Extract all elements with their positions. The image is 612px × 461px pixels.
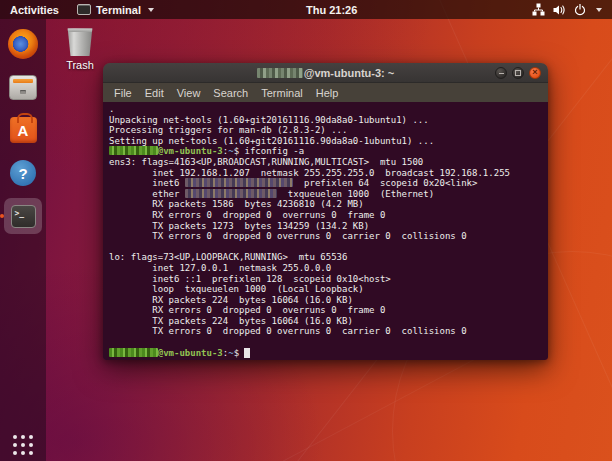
redacted-username-blur xyxy=(109,146,158,155)
chevron-down-icon xyxy=(148,8,154,12)
volume-icon xyxy=(553,4,566,16)
active-app-highlight: >_ xyxy=(4,198,42,234)
running-indicator-dot xyxy=(0,214,4,218)
terminal-line: TX errors 0 dropped 0 overruns 0 carrier… xyxy=(109,326,548,337)
menu-bar: FileEditViewSearchTerminalHelp xyxy=(103,83,548,102)
help-question-icon: ? xyxy=(10,160,36,186)
terminal-line: Processing triggers for man-db (2.8.3-2)… xyxy=(109,125,548,136)
terminal-line: ether txqueuelen 1000 (Ethernet) xyxy=(109,189,548,200)
menu-item-view[interactable]: View xyxy=(171,85,207,101)
app-menu-label: Terminal xyxy=(96,4,141,16)
terminal-line xyxy=(109,242,548,253)
show-apps-grid-icon xyxy=(13,435,33,455)
terminal-window: @vm-ubuntu-3: ~ FileEditViewSearchTermin… xyxy=(103,63,548,360)
desktop: Activities Terminal Thu 21:26 xyxy=(0,0,612,461)
redacted-username-blur xyxy=(257,68,303,78)
menu-item-terminal[interactable]: Terminal xyxy=(255,85,309,101)
terminal-line: RX packets 224 bytes 16064 (16.0 KB) xyxy=(109,295,548,306)
terminal-line: TX errors 0 dropped 0 overruns 0 carrier… xyxy=(109,231,548,242)
terminal-line: inet6 prefixlen 64 scopeid 0x20<link> xyxy=(109,178,548,189)
terminal-line: Setting up net-tools (1.60+git20161116.9… xyxy=(109,136,548,147)
window-controls xyxy=(495,63,541,83)
terminal-line: inet6 ::1 prefixlen 128 scopeid 0x10<hos… xyxy=(109,274,548,285)
software-bag-icon: A xyxy=(10,117,37,143)
file-manager-icon xyxy=(9,75,37,100)
maximize-button[interactable] xyxy=(512,67,524,79)
window-titlebar[interactable]: @vm-ubuntu-3: ~ xyxy=(103,63,548,83)
terminal-line: lo: flags=73<UP,LOOPBACK,RUNNING> mtu 65… xyxy=(109,252,548,263)
terminal-line: . xyxy=(109,104,548,115)
dock-item-software[interactable]: A xyxy=(3,110,43,150)
window-title-text: @vm-ubuntu-3: ~ xyxy=(304,67,394,79)
top-bar: Activities Terminal Thu 21:26 xyxy=(0,0,612,19)
network-wired-icon xyxy=(532,3,545,16)
close-button[interactable] xyxy=(529,67,541,79)
clock-button[interactable]: Thu 21:26 xyxy=(306,0,357,19)
system-menu-button[interactable] xyxy=(528,0,606,19)
activities-button[interactable]: Activities xyxy=(0,0,69,19)
terminal-line: @vm-ubuntu-3:~$ xyxy=(109,348,548,359)
trash-label: Trash xyxy=(66,59,94,71)
terminal-line: RX packets 1586 bytes 4236810 (4.2 MB) xyxy=(109,199,548,210)
firefox-icon xyxy=(8,29,38,59)
redacted-username-blur xyxy=(109,348,158,357)
clock-label: Thu 21:26 xyxy=(306,4,357,16)
app-menu-button[interactable]: Terminal xyxy=(69,0,162,19)
terminal-line: TX packets 1273 bytes 134259 (134.2 KB) xyxy=(109,221,548,232)
dock-item-terminal[interactable]: >_ xyxy=(3,196,43,236)
terminal-line: inet 192.168.1.207 netmask 255.255.255.0… xyxy=(109,168,548,179)
dock: A ? >_ xyxy=(0,19,46,461)
terminal-icon: >_ xyxy=(11,205,36,228)
power-icon xyxy=(574,4,586,16)
dock-item-help[interactable]: ? xyxy=(3,153,43,193)
window-title: @vm-ubuntu-3: ~ xyxy=(103,67,548,79)
show-applications-button[interactable] xyxy=(0,435,46,455)
redacted-address-blur xyxy=(185,189,277,198)
minimize-button[interactable] xyxy=(495,67,507,79)
terminal-line: RX errors 0 dropped 0 overruns 0 frame 0 xyxy=(109,210,548,221)
menu-item-help[interactable]: Help xyxy=(310,85,345,101)
terminal-line: @vm-ubuntu-3:~$ ifconfig -a xyxy=(109,146,548,157)
menu-item-file[interactable]: File xyxy=(108,85,138,101)
terminal-window-icon xyxy=(77,4,91,15)
terminal-output[interactable]: .Unpacking net-tools (1.60+git20161116.9… xyxy=(103,102,548,360)
dock-item-files[interactable] xyxy=(3,67,43,107)
terminal-line: ens3: flags=4163<UP,BROADCAST,RUNNING,MU… xyxy=(109,157,548,168)
redacted-address-blur xyxy=(185,178,293,187)
terminal-line: TX packets 224 bytes 16064 (16.0 KB) xyxy=(109,316,548,327)
terminal-line: RX errors 0 dropped 0 overruns 0 frame 0 xyxy=(109,305,548,316)
menu-item-search[interactable]: Search xyxy=(207,85,254,101)
menu-item-edit[interactable]: Edit xyxy=(139,85,170,101)
terminal-line: loop txqueuelen 1000 (Local Loopback) xyxy=(109,284,548,295)
trash-shortcut[interactable]: Trash xyxy=(57,26,103,71)
dock-item-firefox[interactable] xyxy=(3,24,43,64)
terminal-cursor xyxy=(244,348,250,358)
terminal-line: inet 127.0.0.1 netmask 255.0.0.0 xyxy=(109,263,548,274)
terminal-line xyxy=(109,337,548,348)
trash-icon xyxy=(66,26,94,56)
chevron-down-icon xyxy=(596,8,602,12)
terminal-line: Unpacking net-tools (1.60+git20161116.90… xyxy=(109,115,548,126)
